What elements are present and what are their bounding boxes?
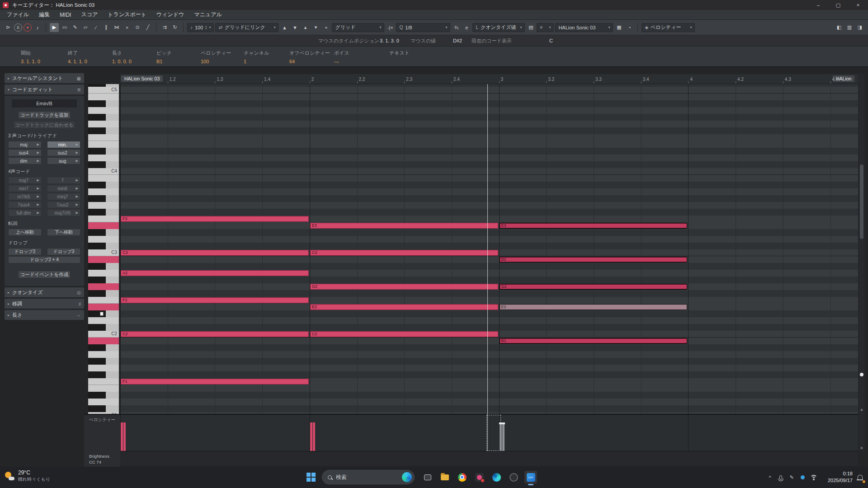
taskbar-clock[interactable]: 0:18 2025/09/17: [828, 470, 853, 484]
piano-key[interactable]: [88, 175, 119, 182]
note-info-value[interactable]: 100: [201, 59, 231, 64]
add-chord-track-button[interactable]: コードトラックを追加: [18, 111, 71, 119]
note-info-value[interactable]: 1. 0. 0. 0: [112, 59, 132, 64]
event-colors-select[interactable]: ◈ベロシティー▾: [642, 23, 695, 32]
chord-type-button[interactable]: sus2▶: [47, 149, 80, 156]
piano-key[interactable]: [88, 405, 119, 412]
code-editor-app[interactable]: [524, 471, 537, 483]
midi-note[interactable]: C3: [121, 250, 309, 256]
piano-key[interactable]: [88, 94, 119, 100]
zoom-indicator-dot[interactable]: [860, 373, 863, 376]
independent-loop-icon[interactable]: ◔: [625, 23, 634, 32]
apply-chord-arrow-icon[interactable]: ▶: [37, 195, 39, 198]
crosshair-icon[interactable]: +: [321, 23, 330, 32]
inversion-button[interactable]: 下へ移動: [47, 229, 80, 236]
midi-note[interactable]: E2: [310, 304, 498, 310]
piano-key[interactable]: [88, 263, 119, 270]
midi-note[interactable]: C2: [310, 331, 498, 337]
piano-key[interactable]: [88, 243, 119, 249]
velocity-bar[interactable]: [310, 422, 312, 451]
notification-bell-icon[interactable]: [858, 475, 863, 479]
velocity-bar[interactable]: [502, 422, 505, 451]
midi-note[interactable]: C3: [310, 250, 498, 256]
piano-key[interactable]: [88, 195, 119, 202]
piano-key[interactable]: [88, 324, 119, 331]
draw-tool[interactable]: ✎: [71, 23, 80, 32]
piano-key[interactable]: C3: [88, 249, 119, 256]
trim-tool[interactable]: ∕: [91, 23, 100, 32]
piano-key[interactable]: [88, 297, 119, 304]
ruler[interactable]: HALion Sonic 03 HALion 1.21.31.422.22.32…: [120, 74, 858, 84]
start-button[interactable]: [306, 472, 316, 483]
apply-chord-arrow-icon[interactable]: ▶: [37, 203, 39, 206]
piano-key[interactable]: [88, 127, 119, 134]
drop-button[interactable]: ドロップ2: [8, 248, 42, 255]
apply-chord-arrow-icon[interactable]: ▶: [76, 151, 78, 155]
chord-type-button[interactable]: maj▶: [8, 141, 42, 148]
piano-key[interactable]: [88, 188, 119, 195]
chord-type-button[interactable]: m7/b5▶: [8, 193, 42, 200]
midi-note[interactable]: F1: [121, 379, 309, 385]
apply-chord-arrow-icon[interactable]: ▶: [76, 187, 78, 190]
velocity-stepper[interactable]: ▴▾: [205, 25, 207, 30]
piano-key[interactable]: [88, 385, 119, 392]
piano-key[interactable]: [88, 378, 119, 385]
grid-link-select[interactable]: ⇄グリッドにリンク▾: [215, 23, 278, 32]
controller-param-name[interactable]: Brightness: [89, 454, 109, 460]
profile-app[interactable]: [507, 471, 520, 483]
vertical-scrollbar[interactable]: [859, 74, 864, 451]
velocity-bar[interactable]: [313, 422, 315, 451]
apply-chord-arrow-icon[interactable]: ▶: [37, 143, 39, 146]
menu-item[interactable]: マニュアル: [189, 10, 226, 19]
apply-chord-arrow-icon[interactable]: ▶: [76, 159, 78, 163]
quantize-panel-icon[interactable]: e: [462, 23, 471, 32]
midi-note[interactable]: E3: [500, 223, 688, 229]
inspector-section-scale[interactable]: ▸スケールアシスタント▦: [5, 73, 84, 83]
piano-key[interactable]: [88, 344, 119, 351]
autoscroll-icon[interactable]: ⇉: [160, 23, 169, 32]
record-button[interactable]: ●: [24, 23, 32, 32]
chord-type-button[interactable]: maj7▶: [8, 177, 42, 184]
pen-icon[interactable]: ✎: [788, 474, 795, 480]
minimize-button[interactable]: –: [808, 0, 828, 10]
piano-key[interactable]: [88, 114, 119, 121]
chord-type-button[interactable]: maj7/#5▶: [47, 209, 80, 216]
chord-type-button[interactable]: min7▶: [8, 185, 42, 192]
velocity-lane[interactable]: [120, 414, 858, 451]
object-select-tool[interactable]: ▶: [50, 23, 59, 32]
drop-2-4-button[interactable]: ドロップ2 + 4: [8, 256, 80, 263]
midi-note[interactable]: G2: [500, 284, 688, 290]
piano-key[interactable]: [88, 107, 119, 114]
insert-velocity-spinner[interactable]: ♪100▴▾▾: [187, 23, 214, 32]
iterative-quantize-icon[interactable]: ¾: [452, 23, 461, 32]
piano-key[interactable]: [88, 304, 119, 310]
note-info-value[interactable]: 64: [289, 59, 330, 64]
controller-lane[interactable]: [120, 451, 858, 466]
inversion-button[interactable]: 上へ移動: [8, 229, 42, 236]
piano-key[interactable]: [88, 256, 119, 263]
erase-tool[interactable]: ▱: [81, 23, 90, 32]
menu-item[interactable]: ファイル: [2, 10, 34, 19]
lane-zoom-in-button[interactable]: +: [859, 445, 864, 450]
piano-key[interactable]: [88, 371, 119, 378]
accent-dot-icon[interactable]: [799, 475, 806, 479]
menu-item[interactable]: スコア: [76, 10, 103, 19]
acoustic-feedback-icon[interactable]: ♪: [33, 23, 42, 32]
piano-key[interactable]: [88, 392, 119, 399]
midi-note[interactable]: F3: [121, 216, 309, 222]
piano-key[interactable]: [88, 229, 119, 236]
piano-key[interactable]: [88, 134, 119, 141]
note-info-value[interactable]: B1: [156, 59, 172, 64]
piano-key[interactable]: [88, 310, 119, 317]
piano-key[interactable]: [88, 202, 119, 209]
piano-key[interactable]: [88, 358, 119, 365]
apply-chord-arrow-icon[interactable]: ▶: [37, 178, 39, 182]
piano-key[interactable]: [88, 216, 119, 222]
menu-item[interactable]: MIDI: [55, 10, 76, 19]
piano-key[interactable]: C4: [88, 168, 119, 175]
chord-type-button[interactable]: sus4▶: [8, 149, 42, 156]
apply-chord-arrow-icon[interactable]: ▶: [76, 143, 78, 146]
note-info-value[interactable]: 1: [244, 59, 269, 64]
midi-note[interactable]: E2: [500, 304, 688, 310]
chrome-app[interactable]: [456, 471, 468, 483]
